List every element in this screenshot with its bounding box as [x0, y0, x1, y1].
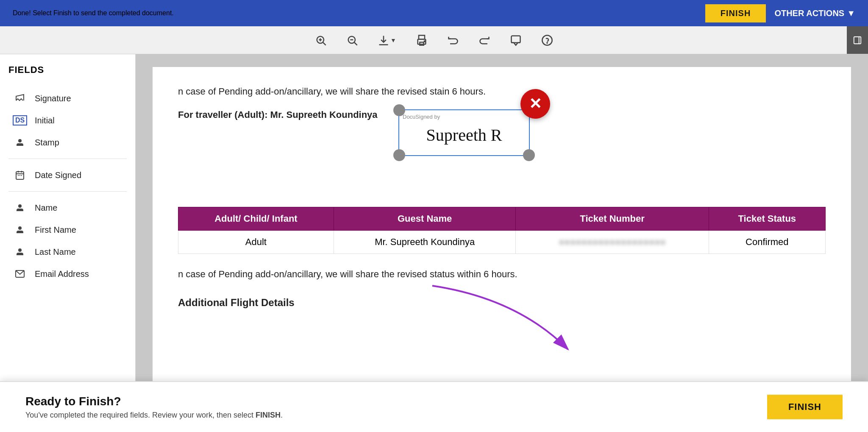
table-header-guest-name: Guest Name: [334, 207, 516, 231]
svg-point-25: [18, 204, 22, 208]
last-name-icon: [13, 247, 27, 257]
signature-box[interactable]: DocuSigned by Supreeth R ✕: [398, 109, 530, 156]
signature-container[interactable]: DocuSigned by Supreeth R ✕: [398, 109, 542, 156]
comment-icon[interactable]: [506, 33, 525, 48]
sidebar-divider-1: [8, 159, 127, 159]
sidebar-title: FIELDS: [8, 64, 127, 75]
table-header-ticket-status: Ticket Status: [709, 207, 825, 231]
download-icon[interactable]: ▼: [374, 33, 400, 48]
svg-rect-8: [419, 35, 425, 39]
undo-icon[interactable]: [444, 33, 462, 48]
signature-icon: [13, 93, 27, 103]
ready-subtext: You've completed the required fields. Re…: [25, 411, 283, 420]
sidebar-label-email-address: Email Address: [35, 269, 89, 279]
bottom-bar-text: Ready to Finish? You've completed the re…: [25, 395, 283, 420]
finish-button-bottom[interactable]: FINISH: [767, 395, 843, 419]
sidebar-label-first-name: First Name: [35, 225, 76, 235]
sidebar-item-date-signed[interactable]: Date Signed: [8, 164, 127, 186]
table-cell-guest-name: Mr. Supreeth Koundinya: [334, 231, 516, 254]
redo-icon[interactable]: [475, 33, 494, 48]
table-header-ticket-number: Ticket Number: [516, 207, 709, 231]
print-icon[interactable]: [412, 33, 431, 48]
stamp-icon: [13, 137, 27, 148]
document-area: n case of Pending add-on/ancillary, we w…: [136, 54, 868, 432]
svg-rect-12: [511, 36, 520, 42]
date-signed-icon: [13, 170, 27, 180]
help-icon[interactable]: [538, 33, 556, 48]
svg-point-26: [18, 226, 22, 230]
table-row: Adult Mr. Supreeth Koundinya ●●●●●●●●●●●…: [178, 231, 826, 254]
sidebar-item-first-name[interactable]: First Name: [8, 219, 127, 241]
sidebar-item-initial[interactable]: DS Initial: [8, 109, 127, 131]
svg-point-11: [424, 41, 425, 42]
table-header-type: Adult/ Child/ Infant: [178, 207, 334, 231]
email-address-icon: [13, 269, 27, 279]
svg-line-1: [323, 42, 326, 45]
close-signature-button[interactable]: ✕: [520, 89, 550, 119]
ready-title: Ready to Finish?: [25, 395, 283, 408]
first-name-icon: [13, 225, 27, 235]
docusign-label: DocuSigned by: [403, 114, 440, 120]
table-cell-ticket-number: ●●●●●●●●●●●●●●●●●●●: [516, 231, 709, 254]
top-banner: Done! Select Finish to send the complete…: [0, 0, 868, 26]
doc-line-2: n case of Pending add-on/ancillary, we w…: [178, 267, 826, 281]
flight-table: Adult/ Child/ Infant Guest Name Ticket N…: [178, 207, 826, 254]
sidebar-label-signature: Signature: [35, 94, 71, 103]
banner-actions: FINISH OTHER ACTIONS ▼: [705, 4, 855, 22]
ticket-number-blurred: ●●●●●●●●●●●●●●●●●●●: [559, 237, 665, 247]
svg-rect-15: [854, 36, 861, 44]
zoom-in-icon[interactable]: [312, 33, 330, 48]
sidebar-label-name: Name: [35, 203, 57, 213]
sidebar: FIELDS Signature DS Initial Stamp: [0, 54, 136, 432]
zoom-out-icon[interactable]: [343, 33, 362, 48]
table-cell-ticket-status: Confirmed: [709, 231, 825, 254]
table-cell-type: Adult: [178, 231, 334, 254]
resize-handle-tl[interactable]: [393, 104, 405, 116]
bottom-bar: Ready to Finish? You've completed the re…: [0, 381, 868, 432]
document-content: n case of Pending add-on/ancillary, we w…: [153, 67, 851, 432]
main-layout: FIELDS Signature DS Initial Stamp: [0, 54, 868, 432]
resize-handle-br[interactable]: [523, 149, 535, 161]
sidebar-item-name[interactable]: Name: [8, 197, 127, 219]
sidebar-item-last-name[interactable]: Last Name: [8, 241, 127, 263]
sidebar-item-stamp[interactable]: Stamp: [8, 131, 127, 153]
toolbar: ▼: [0, 26, 868, 54]
sidebar-item-signature[interactable]: Signature: [8, 87, 127, 109]
signature-text: Supreeth R: [426, 125, 502, 145]
doc-line-1: n case of Pending add-on/ancillary, we w…: [178, 84, 826, 99]
finish-button-top[interactable]: FINISH: [705, 4, 766, 22]
right-panel-toggle[interactable]: [847, 26, 868, 54]
svg-line-5: [354, 42, 357, 45]
sidebar-label-last-name: Last Name: [35, 247, 76, 257]
name-icon: [13, 203, 27, 213]
svg-point-27: [18, 248, 22, 252]
sidebar-item-email-address[interactable]: Email Address: [8, 263, 127, 285]
initial-icon: DS: [13, 115, 27, 125]
sidebar-label-initial: Initial: [35, 116, 55, 125]
resize-handle-bl[interactable]: [393, 149, 405, 161]
doc-section-header: Additional Flight Details: [178, 295, 826, 311]
banner-message: Done! Select Finish to send the complete…: [13, 9, 174, 17]
sidebar-divider-2: [8, 191, 127, 192]
other-actions-button[interactable]: OTHER ACTIONS ▼: [774, 8, 855, 18]
sidebar-label-date-signed: Date Signed: [35, 170, 81, 180]
svg-point-17: [18, 139, 22, 142]
sidebar-label-stamp: Stamp: [35, 138, 59, 148]
